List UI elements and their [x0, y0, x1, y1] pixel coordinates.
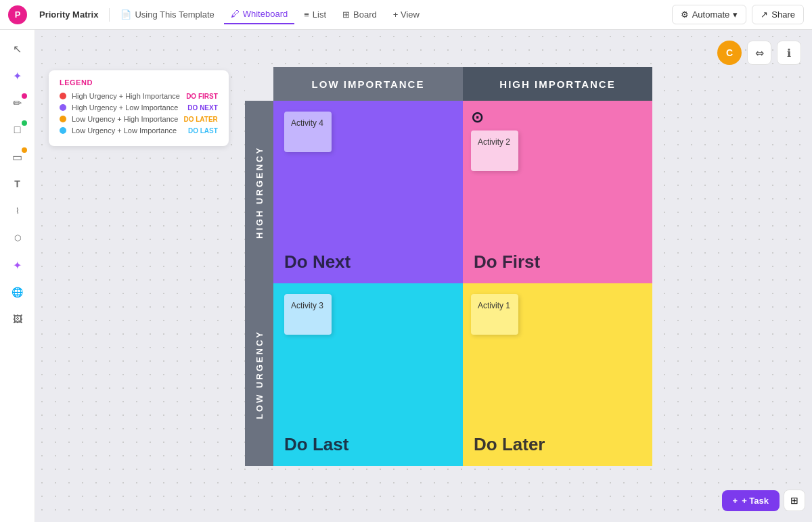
activity-1-label: Activity 1 [478, 301, 510, 310]
canvas-area[interactable]: C ⇔ ℹ LEGEND High Urgency + High Importa… [35, 30, 812, 522]
tool-sticky[interactable]: ▭ [5, 145, 30, 169]
board-icon: ⊞ [342, 9, 350, 20]
activity-1-note[interactable]: Activity 1 [471, 294, 518, 335]
tool-cursor[interactable]: ↖ [5, 37, 30, 61]
automate-icon: ⚙ [681, 9, 689, 20]
whiteboard-icon: 🖊 [231, 9, 240, 19]
legend-dot-later [60, 116, 66, 122]
quadrant-do-next[interactable]: Activity 4 Do Next [273, 101, 463, 283]
legend-text-first: High Urgency + High Importance [72, 92, 181, 100]
shape-dot [22, 120, 27, 126]
list-icon: ≡ [304, 9, 309, 20]
row-low-label: LOW URGENCY [254, 330, 265, 419]
do-later-label: Do Later [474, 434, 545, 455]
priority-matrix-label: Priority Matrix [39, 9, 98, 20]
share-icon: ↗ [761, 9, 768, 20]
info-button[interactable]: ℹ [777, 41, 801, 65]
row-header-high: HIGH URGENCY [245, 101, 273, 283]
user-avatar: C [717, 41, 742, 65]
activity-3-label: Activity 3 [291, 301, 323, 310]
tab-whiteboard[interactable]: 🖊 Whiteboard [224, 5, 294, 24]
task-icon: + [733, 496, 738, 506]
activity-4-note[interactable]: Activity 4 [284, 112, 332, 152]
quadrant-do-last[interactable]: Activity 3 Do Last [273, 283, 463, 466]
legend-item-next: High Urgency + Low Importance DO NEXT [60, 103, 218, 112]
legend-text-last: Low Urgency + Low Importance [72, 126, 183, 135]
legend-text-later: Low Urgency + High Importance [72, 115, 178, 123]
template-icon: 📄 [120, 9, 131, 20]
legend-item-first: High Urgency + High Importance DO FIRST [60, 92, 218, 100]
legend-badge-first: DO FIRST [186, 93, 218, 100]
automate-button[interactable]: ⚙ Automate ▾ [672, 5, 747, 24]
task-button[interactable]: + + Task [722, 490, 780, 511]
tool-text[interactable]: T [5, 172, 30, 196]
tab-list-label: List [313, 9, 326, 20]
share-label: Share [771, 9, 795, 20]
do-first-label: Do First [474, 252, 540, 272]
row-header-low: LOW URGENCY [245, 283, 273, 466]
priority-matrix: LOW IMPORTANCE HIGH IMPORTANCE HIGH URGE… [245, 67, 652, 466]
legend-item-later: Low Urgency + High Importance DO LATER [60, 115, 218, 123]
legend-dot-last [60, 127, 66, 134]
main-layout: ↖ ✦ ✏ □ ▭ T ⌇ ⬡ ✦ 🌐 🖼 C ⇔ ℹ LEGEND Hi [0, 30, 812, 522]
do-last-label: Do Last [284, 434, 348, 455]
tab-board[interactable]: ⊞ Board [336, 5, 384, 24]
legend-badge-last: DO LAST [188, 127, 218, 135]
tab-view-label: + View [393, 9, 420, 20]
grid-view-button[interactable]: ⊞ [784, 490, 805, 511]
tool-shape[interactable]: □ [5, 118, 30, 142]
sticky-dot [22, 147, 27, 153]
tool-smart-draw[interactable]: ✦ [5, 64, 30, 88]
legend-item-last: Low Urgency + Low Importance DO LAST [60, 126, 218, 135]
quadrant-do-first[interactable]: ⊙ Activity 2 Do First [463, 101, 652, 283]
col-header-low: LOW IMPORTANCE [273, 67, 463, 101]
grid-icon: ⊞ [790, 495, 798, 506]
col-low-label: LOW IMPORTANCE [312, 78, 425, 90]
tool-magic[interactable]: ✦ [5, 253, 30, 277]
tab-priority-matrix[interactable]: Priority Matrix [32, 5, 105, 24]
legend-text-next: High Urgency + Low Importance [72, 103, 182, 112]
matrix-corner [245, 67, 273, 101]
activity-4-label: Activity 4 [291, 118, 323, 128]
legend-title: LEGEND [60, 78, 218, 87]
tool-globe[interactable]: 🌐 [5, 280, 30, 304]
expand-button[interactable]: ⇔ [747, 41, 771, 65]
tab-using-template[interactable]: 📄 Using This Template [114, 5, 221, 24]
exclamation-icon: ⊙ [471, 109, 483, 126]
activity-2-label: Activity 2 [478, 137, 510, 147]
tool-highlight[interactable]: ⌇ [5, 199, 30, 223]
tab-board-label: Board [353, 9, 377, 20]
activity-2-note[interactable]: Activity 2 [471, 130, 518, 171]
automate-label: Automate [692, 9, 730, 20]
left-sidebar: ↖ ✦ ✏ □ ▭ T ⌇ ⬡ ✦ 🌐 🖼 [0, 30, 35, 522]
row-high-label: HIGH URGENCY [254, 145, 265, 238]
tool-image[interactable]: 🖼 [5, 307, 30, 331]
tab-whiteboard-label: Whiteboard [243, 9, 288, 19]
tab-add-view[interactable]: + View [386, 5, 426, 24]
share-button[interactable]: ↗ Share [752, 5, 804, 24]
app-logo: P [8, 5, 27, 24]
top-nav: P Priority Matrix 📄 Using This Template … [0, 0, 812, 30]
tab-list[interactable]: ≡ List [297, 5, 333, 24]
pen-dot [22, 93, 27, 99]
nav-divider-1 [109, 8, 110, 22]
activity-3-note[interactable]: Activity 3 [284, 294, 332, 335]
automate-chevron: ▾ [733, 9, 738, 20]
nav-right: ⚙ Automate ▾ ↗ Share [672, 5, 804, 24]
legend-dot-next [60, 104, 66, 111]
legend-dot-first [60, 93, 66, 99]
col-header-high: HIGH IMPORTANCE [463, 67, 652, 101]
do-next-label: Do Next [284, 252, 351, 272]
tool-connect[interactable]: ⬡ [5, 226, 30, 250]
legend-badge-later: DO LATER [183, 116, 217, 123]
quadrant-do-later[interactable]: Activity 1 Do Later [463, 283, 652, 466]
task-label: + Task [742, 496, 769, 506]
col-high-label: HIGH IMPORTANCE [499, 78, 615, 90]
tool-pen[interactable]: ✏ [5, 91, 30, 115]
tab-template-label: Using This Template [135, 9, 214, 20]
legend-badge-next: DO NEXT [187, 104, 217, 112]
canvas-controls: C ⇔ ℹ [717, 41, 801, 65]
legend-box: LEGEND High Urgency + High Importance DO… [49, 70, 229, 146]
